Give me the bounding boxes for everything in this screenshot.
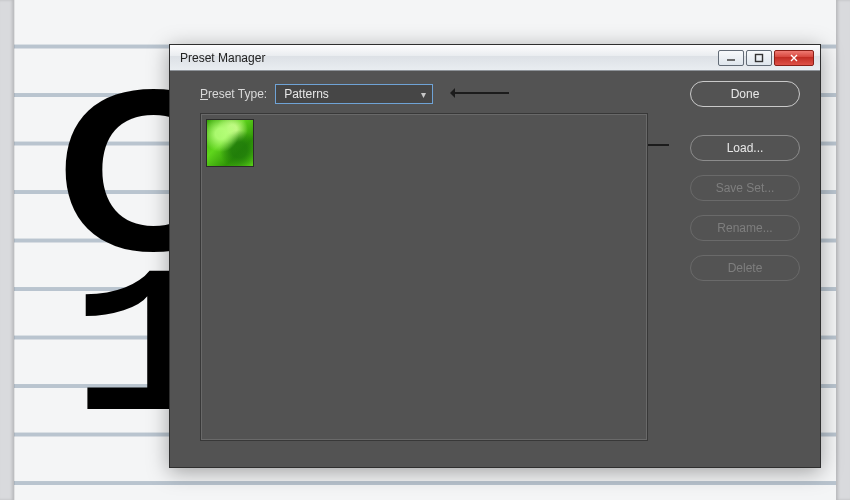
preset-grid[interactable] — [200, 113, 648, 441]
rename-button: Rename... — [690, 215, 800, 241]
preset-manager-window: Preset Manager Preset Type: Patterns ▾ ✲… — [169, 44, 821, 468]
save-set-button: Save Set... — [690, 175, 800, 201]
maximize-icon — [754, 53, 764, 63]
pattern-swatch[interactable] — [206, 119, 254, 167]
load-button[interactable]: Load... — [690, 135, 800, 161]
preset-type-value: Patterns — [284, 87, 329, 101]
delete-button: Delete — [690, 255, 800, 281]
titlebar[interactable]: Preset Manager — [170, 45, 820, 71]
annotation-arrow-preset-type — [455, 92, 509, 94]
close-icon — [789, 53, 799, 63]
window-buttons — [718, 50, 814, 66]
minimize-icon — [726, 53, 736, 63]
preset-type-select[interactable]: Patterns ▾ — [275, 84, 433, 104]
minimize-button[interactable] — [718, 50, 744, 66]
close-button[interactable] — [774, 50, 814, 66]
done-button[interactable]: Done — [690, 81, 800, 107]
dialog-buttons: Done Load... Save Set... Rename... Delet… — [690, 81, 800, 281]
preset-type-label: Preset Type: — [200, 87, 267, 101]
chevron-down-icon: ▾ — [421, 89, 426, 100]
maximize-button[interactable] — [746, 50, 772, 66]
svg-rect-0 — [756, 54, 763, 61]
window-title: Preset Manager — [180, 51, 718, 65]
dialog-body: Preset Type: Patterns ▾ ✲▸ Done Load... … — [170, 71, 820, 467]
